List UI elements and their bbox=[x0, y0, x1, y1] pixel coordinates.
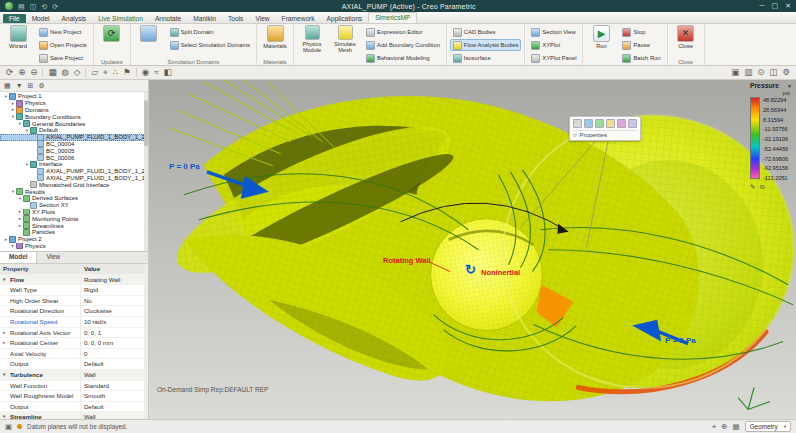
props-scrollbar[interactable] bbox=[144, 264, 148, 419]
tree-item-streamlines[interactable]: ▸Streamlines bbox=[0, 222, 148, 229]
run-button[interactable]: ▶ Run bbox=[586, 25, 616, 49]
datum-axis-display-icon[interactable]: ⌖ bbox=[103, 68, 108, 77]
prop-value[interactable]: Clockwise bbox=[80, 306, 148, 316]
prop-value[interactable]: 0 bbox=[80, 349, 148, 359]
tree-item-selected-body[interactable]: AXIAL_PUMP_FLUID_1_BODY_1_2_1_Body_1 bbox=[0, 134, 148, 141]
xyplot-panel-button[interactable]: XYPlot Panel bbox=[528, 52, 579, 64]
selection-filter-dropdown[interactable]: Geometry ▾ bbox=[745, 421, 791, 432]
open-file-icon[interactable]: ▤ bbox=[18, 3, 25, 10]
tree-item-bc-00004[interactable]: BC_00004 bbox=[0, 141, 148, 148]
tree-item-mismatched-grid-interface[interactable]: Mismatched Grid Interface bbox=[0, 181, 148, 188]
save-project-button[interactable]: Save Project bbox=[36, 52, 90, 64]
flow-analysis-bodies-button[interactable]: Flow Analysis Bodies bbox=[450, 39, 521, 51]
prop-value[interactable]: Smooth bbox=[80, 391, 148, 401]
physics-module-button[interactable]: Physics Module bbox=[297, 25, 327, 53]
tab-analysis[interactable]: Analysis bbox=[56, 14, 93, 23]
prop-value[interactable]: Standard bbox=[80, 381, 148, 391]
prop-value[interactable]: Rigid bbox=[80, 285, 148, 295]
tree-item-bc-00006[interactable]: BC_00006 bbox=[0, 154, 148, 161]
isosurface-button[interactable]: Isosurface bbox=[450, 52, 521, 64]
select-tool-icon[interactable]: ⌖ bbox=[712, 423, 716, 431]
batch-run-button[interactable]: Batch Run bbox=[619, 52, 663, 64]
redo-icon[interactable]: ⟳ bbox=[52, 3, 58, 10]
datum-plane-display-icon[interactable]: ▱ bbox=[91, 68, 98, 77]
viewport-3d[interactable] bbox=[149, 80, 796, 419]
tree-item-boundary-conditions[interactable]: ▾Boundary Conditions bbox=[0, 113, 148, 120]
expression-editor-button[interactable]: Expression Editor bbox=[363, 26, 443, 38]
prop-value[interactable]: Wall bbox=[80, 370, 148, 380]
tree-item-physics-2[interactable]: ▸Physics bbox=[0, 243, 148, 250]
tree-item-xy-plots[interactable]: ▸XY Plots bbox=[0, 209, 148, 216]
prop-value[interactable]: Wall bbox=[80, 412, 148, 419]
tab-annotate[interactable]: Annotate bbox=[149, 14, 187, 23]
legend-title-row[interactable]: Pressure ▼ bbox=[750, 82, 792, 89]
save-icon[interactable]: ◫ bbox=[30, 3, 37, 10]
tree-item-derived-surfaces[interactable]: ▾Derived Surfaces bbox=[0, 195, 148, 202]
tree-item-interface-2[interactable]: AXIAL_PUMP_FLUID_1_BODY_1_1_1_Body_1/AXI… bbox=[0, 175, 148, 182]
pause-button[interactable]: Pause bbox=[619, 39, 663, 51]
tree-expand-icon[interactable]: ⊞ bbox=[28, 82, 34, 90]
tab-model[interactable]: Model bbox=[26, 14, 56, 23]
mini-select-icon[interactable] bbox=[573, 119, 582, 128]
search-tool-icon[interactable]: ⊕ bbox=[721, 423, 727, 431]
point-display-icon[interactable]: ∴ bbox=[113, 68, 118, 77]
tree-item-domains[interactable]: ▸Domains bbox=[0, 107, 148, 114]
prop-value[interactable]: No bbox=[80, 296, 148, 306]
prop-value[interactable]: Default bbox=[80, 359, 148, 369]
graphics-area[interactable]: P = 0 Pa P = 0 Pa Rotating Wall ↻ Nonine… bbox=[149, 80, 796, 419]
stop-button[interactable]: Stop bbox=[619, 26, 663, 38]
tree-settings-icon[interactable]: ⚙ bbox=[38, 82, 44, 90]
tree-item-results[interactable]: ▾Results bbox=[0, 188, 148, 195]
tab-applications[interactable]: Applications bbox=[321, 14, 369, 23]
minimize-button[interactable]: ─ bbox=[760, 2, 765, 10]
wizard-button[interactable]: Wizard bbox=[3, 25, 33, 49]
tab-file[interactable]: File bbox=[3, 14, 26, 23]
mini-more-icon[interactable] bbox=[628, 119, 637, 128]
tree-item-default[interactable]: ▾Default bbox=[0, 127, 148, 134]
tree-item-interface-1[interactable]: AXIAL_PUMP_FLUID_1_BODY_1_2_1_Body_1/AXI… bbox=[0, 168, 148, 175]
close-button[interactable]: ✕ bbox=[785, 2, 791, 10]
tree-scrollbar[interactable] bbox=[144, 92, 148, 251]
materials-button[interactable]: Materials bbox=[260, 25, 290, 49]
behavioral-modeling-button[interactable]: Behavioral Modeling bbox=[363, 52, 443, 64]
maximize-button[interactable]: ▢ bbox=[772, 2, 779, 10]
probe-icon[interactable]: ⊙ bbox=[757, 68, 764, 77]
tree-item-particles[interactable]: Particles bbox=[0, 229, 148, 236]
open-projects-button[interactable]: Open Projects bbox=[36, 39, 90, 51]
legend-pin-icon[interactable]: ⊙ bbox=[759, 183, 764, 191]
mini-properties-button[interactable]: ▽ Properties bbox=[573, 130, 637, 138]
message-log-icon[interactable]: ▣ bbox=[5, 423, 12, 431]
mini-mesh-icon[interactable] bbox=[606, 119, 615, 128]
zoom-out-icon[interactable]: ⊖ bbox=[30, 68, 37, 77]
tab-tools[interactable]: Tools bbox=[222, 14, 249, 23]
prop-value[interactable]: 10 rad/s bbox=[80, 317, 148, 327]
tab-simericsmp[interactable]: SimericsMP bbox=[368, 12, 417, 23]
saved-views-icon[interactable]: ▦ bbox=[48, 68, 56, 77]
simulation-display-icon[interactable]: ≈ bbox=[154, 68, 159, 77]
select-simulation-domains-button[interactable]: Select Simulation Domains bbox=[167, 39, 253, 51]
window-layout-icon[interactable]: ▣ bbox=[731, 68, 739, 77]
undo-icon[interactable]: ⟲ bbox=[41, 3, 47, 10]
prop-value[interactable]: 0, 0, 0 mm bbox=[80, 338, 148, 348]
xyplot-button[interactable]: XYPlot bbox=[528, 39, 579, 51]
tree-item-interface[interactable]: ▾Interface bbox=[0, 161, 148, 168]
tree-item-physics[interactable]: ▸Physics bbox=[0, 100, 148, 107]
zoom-in-icon[interactable]: ⊕ bbox=[18, 68, 25, 77]
update-button[interactable]: ⟳ bbox=[97, 25, 127, 43]
tree-item-section-xy[interactable]: Section XY bbox=[0, 202, 148, 209]
tree-columns-icon[interactable]: ▦ bbox=[4, 82, 11, 90]
tab-view[interactable]: View bbox=[249, 14, 275, 23]
refit-icon[interactable]: ⟳ bbox=[6, 68, 13, 77]
filter-list-icon[interactable]: ▦ bbox=[733, 423, 740, 431]
tree-item-project-1[interactable]: ▾Project 1 bbox=[0, 93, 148, 100]
tab-view-tree[interactable]: View bbox=[37, 252, 69, 263]
prop-value[interactable]: Default bbox=[80, 402, 148, 412]
legend-edit-icon[interactable]: ✎ bbox=[750, 183, 755, 191]
add-boundary-condition-button[interactable]: Add Boundary Condition bbox=[363, 39, 443, 51]
close-simericsmp-button[interactable]: ✕ Close bbox=[671, 25, 701, 49]
create-fluid-domain-button[interactable] bbox=[134, 25, 164, 43]
mini-display-icon[interactable] bbox=[595, 119, 604, 128]
spin-center-icon[interactable]: ◉ bbox=[142, 68, 149, 77]
tab-framework[interactable]: Framework bbox=[276, 14, 321, 23]
section-view-button[interactable]: Section View bbox=[528, 26, 579, 38]
